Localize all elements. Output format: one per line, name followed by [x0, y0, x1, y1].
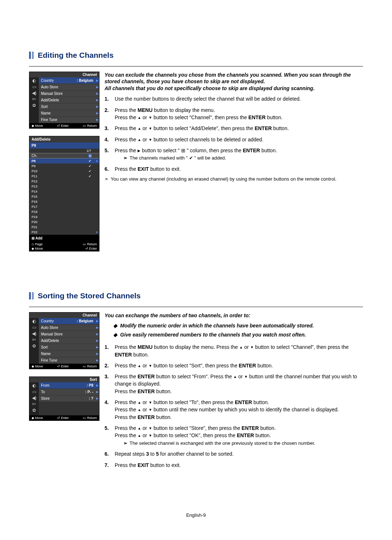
osd-sort-menu: Sort ◐▭◀)✄✿ From: P8▶ To: P- -▶ Store: ?… — [29, 376, 99, 421]
osd2-add-hint: ⊞ Add — [29, 235, 99, 242]
osd-title: Channel — [29, 313, 99, 318]
section-intro: You can exchange the numbers of two chan… — [105, 312, 363, 319]
step-4: 4.Press the or button to select channels… — [105, 136, 363, 143]
osd-title: Channel — [29, 72, 99, 77]
osd-row-autostore: Auto Store▶ — [39, 84, 99, 90]
plus-icon — [181, 148, 185, 153]
section-sorting-channels: Sorting the Stored Channels Channel ◐▭◀)… — [29, 291, 363, 472]
osd-icon-strip: ◐ ▭ ◀) ✄ ✿ — [29, 77, 39, 123]
osd-row-from: From: P8▶ — [39, 382, 99, 389]
osd-row-name: Name▶ — [39, 110, 99, 117]
gear-icon: ✿ — [29, 102, 39, 108]
diamond-list: ◆Modify the numeric order in which the c… — [113, 322, 363, 338]
list-item: P18 — [29, 209, 99, 214]
list-item: P17 — [29, 204, 99, 209]
step-5-note: ➣The selected channel is exchanged with … — [123, 440, 315, 447]
osd-adddelete-menu: Add/Delete P8 1/7 Ch.⊞ ▲ P8✔ P9✔ P10✔ P1… — [29, 136, 99, 251]
list-item: P16 — [29, 199, 99, 204]
section-title-row: Sorting the Stored Channels — [29, 291, 363, 300]
step-4: 4.Press the or button to select "To", th… — [105, 399, 363, 421]
osd2-footer: ◇ Page ▭ Return ◆ Move ⏎ Enter — [29, 242, 99, 251]
osd-footer: ◆ Move ⏎ Enter ▭ Return — [29, 123, 99, 128]
osd2-columns: Ch.⊞ — [29, 153, 99, 158]
step-5: 5.Press the button to select " " column,… — [105, 147, 363, 162]
step-5-note: ➣The channels marked with " " will be ad… — [123, 155, 277, 162]
list-item: P10✔ — [29, 169, 99, 174]
section-title: Sorting the Stored Channels — [38, 291, 141, 300]
page-number: English-9 — [29, 512, 363, 518]
step-1: 1.Use the number buttons to directly sel… — [105, 95, 363, 102]
up-icon — [138, 114, 141, 120]
list-item: P15 — [29, 194, 99, 199]
list-item: P22 — [29, 230, 99, 235]
scroll-down-icon: ▼ — [95, 231, 98, 234]
osd-row-country: Country: Belgium▶ — [39, 77, 99, 84]
step-6: 6.Press the EXIT button to exit. — [105, 165, 363, 173]
step-7: 7.Press the EXIT button to exit. — [105, 462, 363, 469]
step-2: 2.Press the MENU button to display the m… — [105, 106, 363, 121]
scroll-up-icon: ▲ — [95, 159, 98, 162]
list-item: P19 — [29, 214, 99, 219]
osd-title: Sort — [29, 377, 99, 382]
osd-row-finetune: Fine Tune▶ — [39, 117, 99, 123]
list-item: P11✔ — [29, 174, 99, 179]
step-5: 5.Press the or button to select "Store",… — [105, 424, 363, 447]
down-icon — [148, 114, 152, 120]
osd2-title: Add/Delete — [29, 136, 99, 142]
list-item: P21 — [29, 225, 99, 230]
list-item: P12 — [29, 179, 99, 184]
osd-row-to: To: P- -▶ — [39, 389, 99, 395]
tool-icon: ✄ — [29, 96, 39, 102]
section-intro: You can exclude the channels you chose f… — [105, 72, 363, 92]
step-1: 1.Press the MENU button to display the m… — [105, 343, 363, 358]
section-footnote: ➣You can view any channel (including an … — [105, 176, 363, 182]
osd-menu-list: Country: Belgium▶ Auto Store▶ Manual Sto… — [39, 77, 99, 123]
section-rule — [29, 66, 363, 67]
picture-icon: ◐ — [29, 77, 39, 84]
step-3: 3.Press the or button to select "Add/Del… — [105, 125, 363, 132]
up-icon — [138, 125, 141, 131]
osd-channel-menu: Channel ◐▭◀)✄✿ Country: Belgium▶ Auto St… — [29, 312, 99, 369]
osd-icon-strip: ◐▭◀)✄✿ — [29, 382, 39, 415]
down-icon — [148, 125, 152, 131]
list-item: P14 — [29, 189, 99, 194]
osd-row-store: Store: ?▶ — [39, 395, 99, 402]
title-bar-icon — [29, 52, 35, 59]
up-icon — [138, 137, 141, 142]
osd-row-manualstore: Manual Store▶ — [39, 90, 99, 97]
list-item: P13 — [29, 184, 99, 189]
osd-row-sort: Sort▶ — [39, 104, 99, 110]
step-3: 3.Press the ENTER button to select "From… — [105, 373, 363, 395]
osd-icon-strip: ◐▭◀)✄✿ — [29, 318, 39, 364]
section-title: Editing the Channels — [38, 51, 114, 60]
sound-icon: ◀) — [29, 90, 39, 96]
list-item: P20 — [29, 219, 99, 225]
osd2-selected: P8 — [29, 142, 99, 149]
section-editing-channels: Editing the Channels Channel ◐ ▭ ◀) ✄ ✿ … — [29, 51, 363, 251]
osd-channel-menu: Channel ◐ ▭ ◀) ✄ ✿ Country: Belgium▶ Aut… — [29, 72, 99, 129]
section-rule — [29, 307, 363, 307]
list-item: P8✔ — [29, 158, 99, 164]
osd-row-adddelete: Add/Delete▶ — [39, 97, 99, 104]
check-icon — [189, 155, 193, 161]
right-icon — [138, 148, 140, 153]
section-title-row: Editing the Channels — [29, 51, 363, 60]
osd2-page: 1/7 — [29, 149, 99, 153]
tv-icon: ▭ — [29, 84, 39, 90]
step-2: 2.Press the or button to select "Sort", … — [105, 362, 363, 369]
osd2-list: ▲ P8✔ P9✔ P10✔ P11✔ P12 P13 P14 P15 P16 … — [29, 158, 99, 235]
down-icon — [148, 137, 152, 142]
list-item: P9✔ — [29, 164, 99, 169]
step-6: 6.Repeat steps 3 to 5 for another channe… — [105, 450, 363, 458]
title-bar-icon — [29, 292, 35, 299]
plus-icon: ⊞ — [88, 154, 92, 158]
